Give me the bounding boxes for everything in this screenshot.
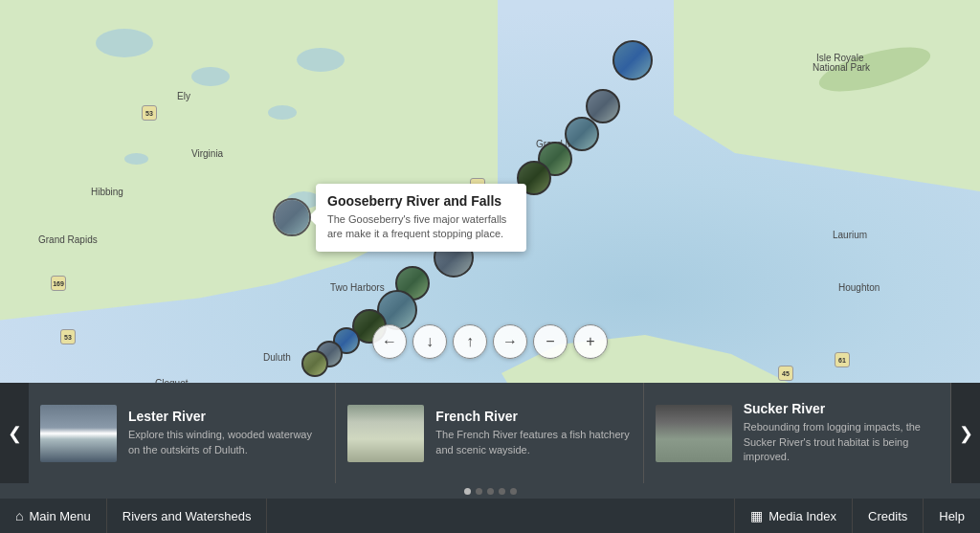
highway-53-north: 53 [142, 105, 157, 121]
carousel-img-french [347, 405, 424, 462]
carousel-desc-lester: Explore this winding, wooded waterway on… [128, 428, 323, 457]
map-controls: ← ↓ ↑ → − + [372, 324, 608, 359]
home-icon: ⌂ [15, 508, 23, 523]
pan-up-button[interactable]: ↑ [453, 324, 487, 359]
highway-53-south: 53 [60, 329, 76, 344]
map-pin-3[interactable] [565, 117, 599, 151]
carousel-desc-sucker: Rebounding from logging impacts, the Suc… [744, 420, 939, 464]
carousel-left-arrow[interactable]: ❮ [0, 383, 29, 483]
map-pin-2[interactable] [586, 89, 620, 123]
carousel-dot-1[interactable] [464, 488, 471, 495]
pan-down-button[interactable]: ↓ [412, 324, 447, 359]
water-patch [191, 67, 230, 86]
carousel-right-arrow[interactable]: ❯ [951, 383, 980, 483]
carousel-item-lester-river[interactable]: Lester River Explore this winding, woode… [29, 383, 336, 483]
map-pin-1[interactable] [612, 40, 653, 80]
credits-label: Credits [868, 509, 907, 523]
media-index-label: Media Index [768, 509, 836, 523]
help-button[interactable]: Help [923, 499, 980, 533]
carousel-text-french: French River The French River features a… [435, 409, 631, 457]
carousel-text-sucker: Sucker River Rebounding from logging imp… [744, 401, 939, 464]
main-menu-button[interactable]: ⌂ Main Menu [0, 499, 107, 533]
carousel-title-french: French River [435, 409, 631, 424]
map-container: Ely Virginia Hibbing Grand Rapids Grand … [0, 0, 980, 421]
zoom-in-button[interactable]: + [573, 324, 608, 359]
carousel-dot-3[interactable] [487, 488, 494, 495]
carousel-area: ❮ Lester River Explore this winding, woo… [0, 383, 980, 483]
highway-45: 45 [778, 366, 793, 381]
carousel-title-lester: Lester River [128, 409, 323, 424]
main-menu-label: Main Menu [29, 509, 90, 523]
water-patch [124, 153, 148, 165]
pan-right-button[interactable]: → [493, 324, 527, 359]
water-patch [268, 105, 297, 120]
map-pin-13[interactable] [301, 350, 328, 377]
map-popup[interactable]: Gooseberry River and Falls The Gooseberr… [316, 184, 526, 252]
section-title: Rivers and Watersheds [122, 509, 252, 523]
highway-169: 169 [51, 276, 66, 291]
media-index-button[interactable]: ▦ Media Index [734, 499, 852, 533]
water-patch [297, 48, 345, 72]
bottom-bar-spacer [267, 499, 734, 533]
highway-61-south: 61 [835, 352, 850, 367]
carousel-dot-2[interactable] [476, 488, 482, 495]
popup-description: The Gooseberry's five major waterfalls a… [327, 212, 515, 242]
popup-title: Gooseberry River and Falls [327, 193, 515, 209]
popup-thumbnail [273, 198, 311, 236]
media-icon: ▦ [750, 508, 763, 523]
carousel-img-lester [40, 405, 117, 462]
section-label: Rivers and Watersheds [107, 499, 268, 533]
bottom-bar: ⌂ Main Menu Rivers and Watersheds ▦ Medi… [0, 499, 980, 533]
carousel-dot-4[interactable] [499, 488, 505, 495]
credits-button[interactable]: Credits [852, 499, 923, 533]
carousel-items: Lester River Explore this winding, woode… [29, 383, 951, 483]
carousel-item-sucker-river[interactable]: Sucker River Rebounding from logging imp… [644, 383, 951, 483]
carousel-item-french-river[interactable]: French River The French River features a… [336, 383, 643, 483]
pan-left-button[interactable]: ← [372, 324, 407, 359]
carousel-dot-5[interactable] [510, 488, 517, 495]
carousel-dots [0, 483, 980, 499]
zoom-out-button[interactable]: − [533, 324, 568, 359]
bottom-panel: ❮ Lester River Explore this winding, woo… [0, 383, 980, 499]
help-label: Help [939, 509, 965, 523]
carousel-title-sucker: Sucker River [744, 401, 939, 416]
bottom-right-buttons: ▦ Media Index Credits Help [734, 499, 980, 533]
carousel-text-lester: Lester River Explore this winding, woode… [128, 409, 323, 457]
water-patch [96, 29, 153, 57]
carousel-desc-french: The French River features a fish hatcher… [435, 428, 631, 457]
carousel-img-sucker [656, 405, 732, 462]
